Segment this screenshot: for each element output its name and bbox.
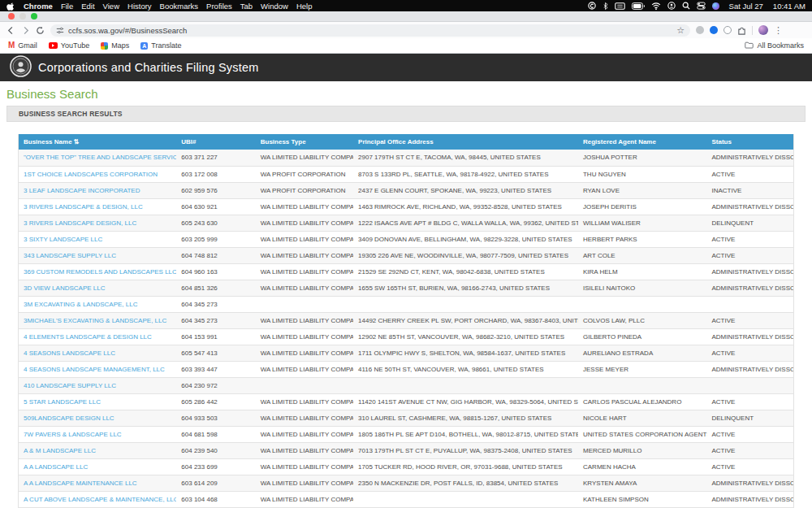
- business-name-link[interactable]: 343 LANDSCAPE SUPPLY LLC: [19, 247, 177, 263]
- site-info-icon[interactable]: [56, 23, 64, 37]
- reload-icon[interactable]: [36, 26, 45, 35]
- agent-cell: CARLOS PASCUAL ALEJANDRO: [578, 393, 707, 410]
- ubi-cell: 604 933 503: [176, 410, 255, 426]
- menubar-item[interactable]: File: [61, 2, 73, 11]
- app-status-icon[interactable]: [588, 2, 596, 10]
- business-name-link[interactable]: 5 STAR LANDSCAPE LLC: [19, 393, 177, 410]
- status-cell: ACTIVE: [707, 166, 794, 182]
- user-switch-icon[interactable]: [667, 2, 676, 10]
- address-cell: 1705 TUCKER RD, HOOD RIVER, OR, 97031-96…: [353, 458, 578, 475]
- business-type-cell: WA LIMITED LIABILITY COMPANY: [256, 150, 353, 166]
- all-bookmarks-button[interactable]: All Bookmarks: [745, 41, 804, 50]
- column-header[interactable]: Registered Agent Name: [578, 134, 707, 150]
- keyboard-icon[interactable]: [615, 2, 625, 10]
- business-name-link[interactable]: 1ST CHOICE LANDSCAPES CORPORATION: [19, 166, 177, 182]
- business-name-link[interactable]: 4 SEASONS LANDSCAPE LLC: [19, 345, 177, 361]
- sort-icon[interactable]: ⇅: [74, 138, 80, 145]
- column-header[interactable]: Business Type: [256, 134, 353, 150]
- back-icon[interactable]: [6, 26, 15, 35]
- url-text[interactable]: ccfs.sos.wa.gov/#/BusinessSearch: [68, 26, 672, 35]
- extensions-puzzle-icon[interactable]: [737, 26, 746, 35]
- menubar-item[interactable]: Window: [261, 2, 288, 11]
- business-name-link[interactable]: 3M EXCAVATING & LANDSCAPE, LLC: [19, 296, 177, 312]
- status-cell: ACTIVE: [707, 426, 794, 442]
- window-zoom-button[interactable]: [31, 13, 37, 20]
- siri-icon[interactable]: [712, 2, 719, 10]
- business-type-cell: WA LIMITED LIABILITY COMPANY: [256, 312, 353, 328]
- battery-icon[interactable]: [632, 2, 645, 10]
- business-name-link[interactable]: 410 LANDSCAPE SUPPLY LLC: [19, 377, 177, 393]
- window-minimize-button[interactable]: [19, 13, 26, 20]
- bookmark-label: Translate: [151, 41, 181, 50]
- all-bookmarks-label: All Bookmarks: [757, 41, 804, 50]
- agent-cell: KRYSTEN AMAYA: [578, 475, 707, 491]
- ubi-cell: 603 614 209: [176, 475, 255, 491]
- menubar-item[interactable]: View: [103, 2, 119, 11]
- column-header[interactable]: Business Name⇅: [19, 134, 177, 150]
- forward-icon[interactable]: [21, 26, 30, 35]
- address-bar[interactable]: ccfs.sos.wa.gov/#/BusinessSearch ☆: [50, 24, 690, 37]
- table-row: 3M EXCAVATING & LANDSCAPE, LLC604 345 27…: [19, 296, 794, 312]
- status-cell: [707, 377, 794, 393]
- toolbar-divider: [752, 26, 753, 35]
- business-name-link[interactable]: A A LANDSCAPE LLC: [19, 458, 177, 475]
- business-name-link[interactable]: "OVER THE TOP" TREE AND LANDSCAPE SERVIC…: [19, 150, 177, 166]
- column-header[interactable]: Status: [707, 134, 794, 150]
- macos-menubar: Chrome FileEditViewHistoryBookmarksProfi…: [0, 0, 812, 11]
- ubi-cell: 604 630 921: [176, 198, 255, 215]
- status-cell: ACTIVE: [707, 393, 794, 410]
- bookmark-translate[interactable]: A Translate: [140, 41, 181, 50]
- ubi-cell: 604 230 972: [176, 377, 255, 393]
- agent-cell: RYAN LOVE: [578, 182, 707, 198]
- window-close-button[interactable]: [8, 13, 15, 20]
- business-name-link[interactable]: A A LANDSCAPE MAINTENANCE LLC: [19, 475, 177, 491]
- menubar-item[interactable]: Tab: [240, 2, 253, 11]
- profile-avatar[interactable]: [758, 25, 768, 35]
- business-name-link[interactable]: 4 SEASONS LANDSCAPE MANAGEMENT, LLC: [19, 361, 177, 377]
- table-row: 3 RIVERS LANDSCAPE & DESIGN, LLC604 630 …: [19, 198, 794, 215]
- menubar-item[interactable]: History: [127, 2, 152, 11]
- business-name-link[interactable]: 3 SIXTY LANDSCAPE LLC: [19, 231, 177, 247]
- column-header[interactable]: UBI#: [176, 134, 255, 150]
- menubar-item[interactable]: Bookmarks: [160, 2, 199, 11]
- business-type-cell: [256, 377, 353, 393]
- business-name-link[interactable]: 3MICHAEL'S EXCAVATING & LANDSCAPE, LLC: [19, 312, 177, 328]
- business-name-link[interactable]: 509LANDSCAPE DESIGN LLC: [19, 410, 177, 426]
- business-type-cell: WA LIMITED LIABILITY COMPANY: [256, 215, 353, 231]
- gmail-icon: M: [8, 41, 15, 50]
- kebab-menu-icon[interactable]: ⋮: [774, 26, 783, 35]
- business-name-link[interactable]: A & M LANDSCAPE LLC: [19, 442, 177, 458]
- extension-icon-2[interactable]: [710, 26, 718, 34]
- bookmark-star-icon[interactable]: ☆: [676, 26, 685, 35]
- business-name-link[interactable]: 4 ELEMENTS LANDSCAPE & DESIGN LLC: [19, 328, 177, 345]
- ubi-cell: 605 286 442: [176, 393, 255, 410]
- extension-icon-1[interactable]: [696, 26, 704, 34]
- business-name-link[interactable]: 3 LEAF LANDSCAPE INCORPORATED: [19, 182, 177, 198]
- status-cell: ACTIVE: [707, 442, 794, 458]
- extension-icon-3[interactable]: [723, 26, 732, 34]
- agent-cell: MERCED MURILLO: [578, 442, 707, 458]
- wifi-icon[interactable]: [651, 2, 661, 10]
- business-name-link[interactable]: A CUT ABOVE LANDSCAPE & MAINTENANCE, LLC: [19, 491, 177, 507]
- bookmark-maps[interactable]: Maps: [101, 41, 129, 50]
- business-name-link[interactable]: 7W PAVERS & LANDSCAPE LLC: [19, 426, 177, 442]
- business-type-cell: WA LIMITED LIABILITY COMPANY: [256, 263, 353, 280]
- menubar-item[interactable]: Help: [296, 2, 313, 11]
- youtube-icon: [49, 42, 58, 49]
- menubar-app-name[interactable]: Chrome: [24, 2, 53, 11]
- bluetooth-icon[interactable]: [603, 2, 608, 11]
- menubar-item[interactable]: Edit: [81, 2, 94, 11]
- business-name-link[interactable]: 3D VIEW LANDSCAPE LLC: [19, 280, 177, 296]
- control-center-icon[interactable]: [697, 2, 706, 10]
- business-name-link[interactable]: 3 RIVERS LANDSCAPE DESIGN, LLC: [19, 215, 177, 231]
- bookmark-label: YouTube: [61, 41, 89, 50]
- business-name-link[interactable]: 369 CUSTOM REMODELS AND LANDSCAPES LLC: [19, 263, 177, 280]
- column-header[interactable]: Principal Office Address: [353, 134, 578, 150]
- bookmark-youtube[interactable]: YouTube: [49, 41, 89, 50]
- business-name-link[interactable]: 3 RIVERS LANDSCAPE & DESIGN, LLC: [19, 198, 177, 215]
- menubar-item[interactable]: Profiles: [206, 2, 232, 11]
- spotlight-search-icon[interactable]: [682, 2, 690, 10]
- apple-icon[interactable]: [6, 2, 15, 11]
- bookmark-gmail[interactable]: M Gmail: [8, 41, 37, 50]
- agent-cell: THU NGUYEN: [578, 166, 707, 182]
